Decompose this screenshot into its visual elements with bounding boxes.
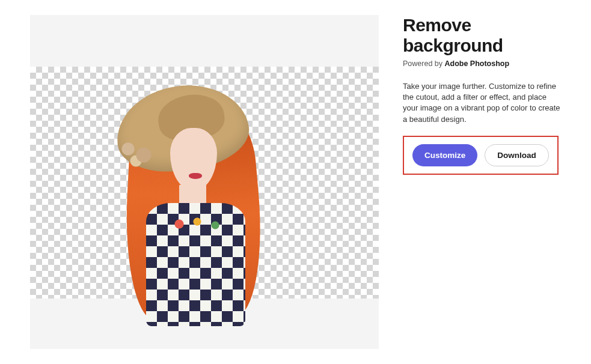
subject-lips [189, 173, 202, 179]
powered-by-line: Powered by Adobe Photoshop [403, 59, 561, 68]
app-container: Remove background Powered by Adobe Photo… [0, 0, 591, 364]
action-buttons-highlight: Customize Download [403, 136, 559, 175]
powered-by-product: Adobe Photoshop [444, 59, 509, 68]
subject-dress-floral [167, 212, 227, 236]
page-title: Remove background [403, 15, 561, 56]
image-preview-panel [30, 15, 379, 349]
customize-button[interactable]: Customize [412, 144, 477, 166]
sidebar: Remove background Powered by Adobe Photo… [403, 15, 561, 349]
powered-by-prefix: Powered by [403, 59, 444, 68]
download-button[interactable]: Download [485, 144, 549, 166]
cutout-subject [131, 86, 278, 324]
subject-hat-flowers [120, 140, 159, 170]
description-text: Take your image further. Customize to re… [403, 81, 561, 125]
